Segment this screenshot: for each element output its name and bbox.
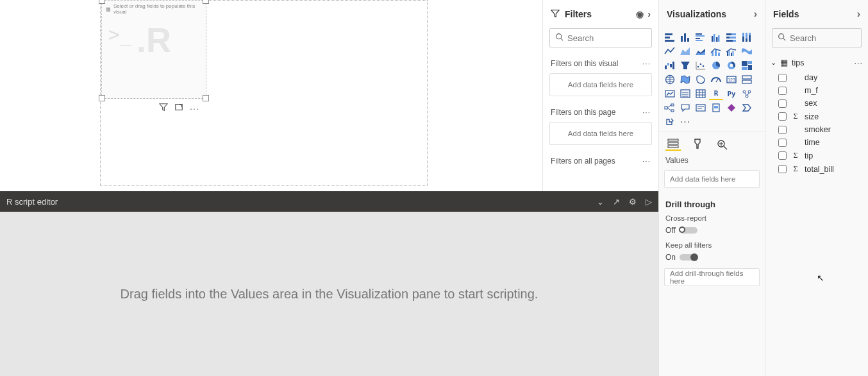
field-checkbox[interactable] [778, 139, 787, 147]
field-sex[interactable]: sex [765, 97, 868, 110]
clustered-bar-chart-icon[interactable] [694, 31, 708, 44]
run-script-icon[interactable]: ▷ [646, 197, 652, 207]
field-tip[interactable]: Σtip [765, 149, 868, 162]
field-m_f[interactable]: m_f [765, 84, 868, 97]
fields-search-input[interactable] [790, 33, 868, 43]
qa-visual-icon[interactable] [678, 101, 692, 114]
filter-icon[interactable] [159, 103, 168, 114]
filters-visual-drop[interactable]: Add data fields here [549, 73, 652, 96]
filters-header: Filters ◉ › [543, 0, 658, 28]
more-options-icon[interactable]: ··· [190, 103, 199, 114]
fields-tab-icon[interactable] [665, 137, 681, 151]
cross-report-state: Off [665, 226, 676, 235]
slicer-icon[interactable] [678, 87, 692, 100]
show-hide-icon[interactable]: ◉ [636, 9, 644, 19]
fields-header: Fields › [765, 0, 868, 28]
field-smoker[interactable]: smoker [765, 123, 868, 136]
svg-rect-35 [733, 51, 734, 56]
svg-rect-8 [687, 38, 689, 42]
kpi-icon[interactable] [663, 87, 677, 100]
scatter-chart-icon[interactable] [694, 59, 708, 72]
resize-handle-bl[interactable] [99, 95, 105, 101]
collapse-icon[interactable]: › [754, 8, 757, 20]
line-chart-icon[interactable] [663, 45, 677, 58]
fields-pane: Fields › ⌄ ▦ tips ··· daym_fsexΣsizesmok… [765, 0, 868, 376]
section-more-icon[interactable]: ··· [642, 59, 651, 68]
map-icon[interactable] [663, 73, 677, 86]
cross-report-toggle[interactable] [680, 227, 697, 234]
filters-page-drop[interactable]: Add data fields here [549, 122, 652, 145]
key-influencers-icon[interactable] [740, 87, 754, 100]
field-checkbox[interactable] [778, 87, 787, 95]
card-icon[interactable]: 123 [724, 73, 739, 86]
collapse-icon[interactable]: › [647, 9, 651, 19]
field-checkbox[interactable] [778, 99, 787, 108]
treemap-icon[interactable] [740, 59, 754, 72]
fields-search[interactable] [772, 28, 862, 47]
line-column-chart-icon[interactable] [709, 45, 723, 58]
svg-point-44 [703, 65, 705, 67]
r-visual-icon[interactable]: R [709, 87, 723, 100]
area-chart-icon[interactable] [678, 45, 692, 58]
prompt-watermark: >_ [108, 23, 131, 46]
shape-map-icon[interactable] [694, 73, 708, 86]
table-icon[interactable] [694, 87, 708, 100]
pie-chart-icon[interactable] [709, 59, 723, 72]
r-script-editor-body[interactable]: Drag fields into the Values area in the … [0, 212, 658, 376]
script-settings-icon[interactable]: ⚙ [629, 197, 637, 207]
r-visual-placeholder[interactable]: ▦ Select or drag fields to populate this… [101, 0, 206, 99]
field-day[interactable]: day [765, 71, 868, 84]
format-tab-icon[interactable] [690, 137, 705, 151]
collapse-icon[interactable]: › [857, 8, 860, 20]
donut-chart-icon[interactable] [724, 59, 739, 72]
get-more-visuals-icon[interactable] [663, 115, 677, 128]
hundred-stacked-bar-icon[interactable] [724, 31, 739, 44]
clustered-column-chart-icon[interactable] [709, 31, 723, 44]
focus-mode-icon[interactable] [174, 103, 183, 114]
power-apps-icon[interactable] [724, 101, 739, 114]
hundred-stacked-column-icon[interactable] [740, 31, 754, 44]
resize-handle-br[interactable] [203, 95, 209, 101]
resize-handle-tl[interactable] [99, 0, 105, 4]
r-editor-title: R script editor [6, 197, 58, 207]
section-more-icon[interactable]: ··· [642, 108, 651, 117]
funnel-chart-icon[interactable] [678, 59, 692, 72]
minimize-editor-icon[interactable]: ⌄ [597, 197, 604, 207]
table-more-icon[interactable]: ··· [855, 58, 863, 67]
svg-rect-85 [668, 146, 678, 148]
field-checkbox[interactable] [778, 165, 787, 173]
multi-row-card-icon[interactable] [740, 73, 754, 86]
field-checkbox[interactable] [778, 151, 787, 160]
table-tips[interactable]: ⌄ ▦ tips ··· [765, 54, 868, 71]
python-visual-icon[interactable]: Py [724, 87, 739, 100]
filters-search[interactable] [549, 28, 652, 47]
svg-point-68 [743, 90, 746, 93]
popout-editor-icon[interactable]: ↗ [613, 197, 620, 207]
drill-through-drop[interactable]: Add drill-through fields here [664, 268, 760, 286]
field-checkbox[interactable] [778, 112, 787, 121]
field-checkbox[interactable] [778, 74, 787, 82]
decomposition-tree-icon[interactable] [663, 101, 677, 114]
paginated-report-icon[interactable] [709, 101, 723, 114]
gauge-icon[interactable] [709, 73, 723, 86]
filled-map-icon[interactable] [678, 73, 692, 86]
resize-handle-tr[interactable] [203, 0, 209, 4]
more-icon[interactable]: ··· [678, 115, 692, 128]
smart-narrative-icon[interactable] [694, 101, 708, 114]
field-size[interactable]: Σsize [765, 110, 868, 123]
field-time[interactable]: time [765, 136, 868, 149]
values-drop[interactable]: Add data fields here [664, 170, 760, 188]
field-total_bill[interactable]: Σtotal_bill [765, 162, 868, 176]
line-clustered-column-icon[interactable] [724, 45, 739, 58]
section-more-icon[interactable]: ··· [642, 157, 651, 166]
stacked-area-chart-icon[interactable] [694, 45, 708, 58]
stacked-column-chart-icon[interactable] [678, 31, 692, 44]
analytics-tab-icon[interactable] [714, 137, 730, 151]
ribbon-chart-icon[interactable] [740, 45, 754, 58]
keep-filters-toggle[interactable] [680, 254, 697, 261]
power-automate-icon[interactable] [740, 101, 754, 114]
field-checkbox[interactable] [778, 126, 787, 134]
waterfall-chart-icon[interactable] [663, 59, 677, 72]
stacked-bar-chart-icon[interactable] [663, 31, 677, 44]
cross-report-toggle-row: Off [659, 222, 765, 239]
